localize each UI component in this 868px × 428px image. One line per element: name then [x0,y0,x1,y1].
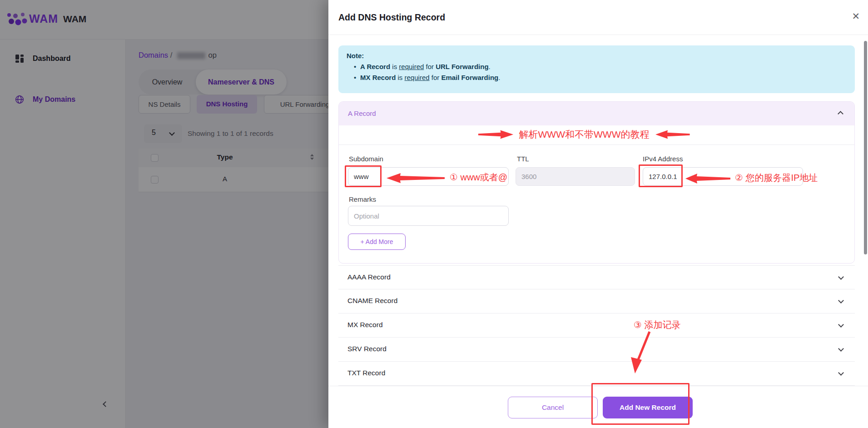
note-underline: required [405,74,430,81]
note-bold: URL Forwarding [436,63,488,70]
note-heading: Note: [347,52,847,60]
cancel-button[interactable]: Cancel [508,397,598,418]
ipv4-input[interactable] [643,167,803,186]
section-label: MX Record [347,321,383,329]
chevron-down-icon [838,346,844,352]
a-record-title: A Record [348,109,376,117]
ttl-label: TTL [517,155,529,163]
section-label: SRV Record [347,345,387,353]
chevron-down-icon [838,274,844,280]
note-bullet-a-record: • A Record is required for URL Forwardin… [360,63,847,70]
chevron-down-icon [838,322,844,328]
note-bullet-mx-record: • MX Record is required for Email Forwar… [360,74,847,81]
remarks-input[interactable] [348,206,509,226]
subdomain-input[interactable] [348,167,509,186]
panel-divider [339,144,854,145]
chevron-down-icon [838,370,844,376]
section-srv-record[interactable]: SRV Record [338,338,855,362]
ipv4-label: IPv4 Address [643,155,683,163]
section-label: TXT Record [347,369,385,377]
subdomain-label: Subdomain [349,155,383,163]
ttl-input[interactable] [516,167,635,186]
bullet-icon: • [354,63,356,70]
modal-footer: Cancel Add New Record [328,386,868,428]
chevron-down-icon [838,298,844,304]
note-text: is [396,74,404,81]
section-label: CNAME Record [347,297,397,305]
a-record-accordion-header[interactable]: A Record [339,102,854,125]
note-text: is [390,63,399,70]
remarks-label: Remarks [349,195,376,203]
close-icon[interactable]: ✕ [852,11,860,22]
section-cname-record[interactable]: CNAME Record [338,289,855,314]
record-sections-list: AAAA Record CNAME Record MX Record SRV R… [338,265,855,386]
chevron-up-icon [838,111,843,117]
add-more-button[interactable]: + Add More [348,234,406,250]
note-bold: MX Record [360,74,396,81]
add-new-record-button[interactable]: Add New Record [603,397,693,418]
note-bold: A Record [360,63,390,70]
note-callout: Note: • A Record is required for URL For… [338,45,855,93]
add-dns-record-modal: Add DNS Hosting Record ✕ Note: • A Recor… [328,0,868,428]
note-text: for [424,63,436,70]
modal-header: Add DNS Hosting Record ✕ [328,0,868,35]
modal-title: Add DNS Hosting Record [338,12,445,23]
section-label: AAAA Record [347,273,391,281]
bullet-icon: • [354,74,356,81]
note-bold: Email Forwarding [441,74,498,81]
section-txt-record[interactable]: TXT Record [338,362,855,386]
note-text: . [498,74,500,81]
section-aaaa-record[interactable]: AAAA Record [338,265,855,289]
note-text: for [430,74,441,81]
note-underline: required [399,63,424,70]
a-record-panel: A Record Subdomain TTL IPv4 Address Rema… [338,101,855,264]
section-mx-record[interactable]: MX Record [338,314,855,338]
note-text: . [489,63,491,70]
modal-scrollbar-thumb[interactable] [864,41,867,254]
